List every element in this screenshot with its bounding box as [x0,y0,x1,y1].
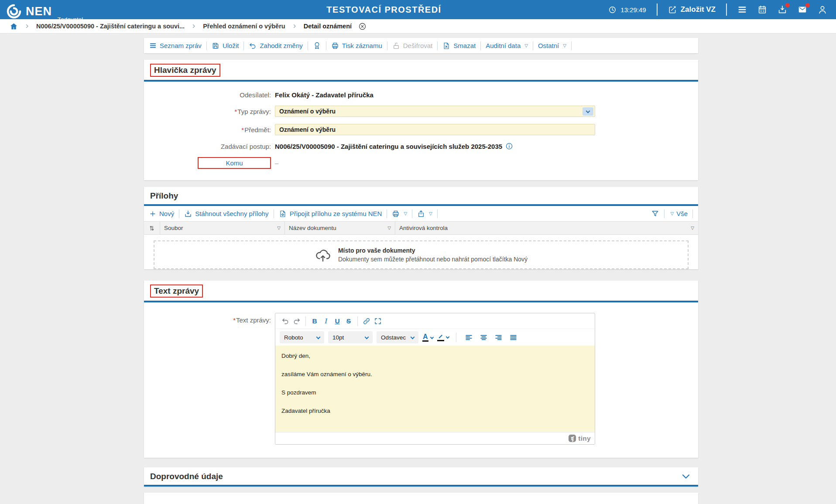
recipient-link[interactable]: Komu [198,157,271,169]
message-list-button[interactable]: Seznam zpráv [149,42,202,49]
column-settings-button[interactable] [144,222,160,234]
environment-title: TESTOVACÍ PROSTŘEDÍ [326,0,441,19]
cloud-upload-icon [315,247,331,263]
close-circle-icon [358,22,367,31]
other-menu[interactable]: Ostatní ▽ [538,42,566,49]
header-divider [726,3,727,16]
fullscreen-button[interactable] [372,315,384,327]
filter-button[interactable] [651,209,659,218]
editor-toolbar-row2: Roboto 10pt Odstavec A [275,329,595,346]
section-divider [144,485,698,487]
undo-button[interactable] [280,315,291,327]
italic-button[interactable]: I [320,315,332,327]
attachments-dropzone[interactable]: Místo pro vaše dokumenty Dokumenty sem m… [154,240,689,269]
highlighter-pen-icon [437,333,444,341]
select-dropdown-button[interactable] [582,107,593,116]
editor-separator [357,316,358,326]
decrypt-button[interactable]: Dešifrovat [392,42,433,50]
editor-paragraph: S pozdravem [281,389,589,396]
subject-input[interactable]: Oznámení o výběru [275,124,595,135]
column-header-soubor[interactable]: Soubor ▽ [160,222,285,234]
breadcrumb-item-overview[interactable]: Přehled oznámení o výběru [203,23,285,30]
column-header-nazev[interactable]: Název dokumentu ▽ [285,222,395,234]
home-icon [10,22,18,31]
user-profile-button[interactable] [818,5,827,14]
seal-button[interactable] [313,41,321,50]
toolbar-separator [533,41,533,50]
main-menu-button[interactable] [737,5,747,14]
create-tender-button[interactable]: Založit VZ [668,5,716,14]
toolbar-separator [206,41,207,50]
toolbar-separator [326,41,326,50]
toolbar-separator [387,41,387,50]
message-type-select[interactable]: Oznámení o výběru [275,106,595,117]
font-size-select[interactable]: 10pt [328,331,373,343]
nen-logo[interactable]: NEN Zadavatel [6,3,52,19]
tinymce-brand: tiny [578,435,591,442]
new-attachment-button[interactable]: Nový [149,210,174,217]
printer-icon [331,42,339,50]
unlock-icon [392,42,400,50]
strikethrough-button[interactable]: S [343,315,354,327]
additional-data-section: Doprovodné údaje [144,467,698,487]
highlight-color-button[interactable] [437,333,449,341]
print-attachments-menu[interactable]: ▽ [392,210,407,218]
column-filter-triangle-icon[interactable]: ▽ [387,226,391,230]
chevron-down-icon [365,335,369,339]
breadcrumb-separator-icon [191,24,196,29]
editor-content[interactable]: Dobrý den, zasíláme Vám oznámení o výběr… [275,346,595,432]
messages-notification-badge [805,3,810,7]
font-family-select[interactable]: Roboto [280,331,324,343]
print-record-button[interactable]: Tisk záznamu [331,42,382,50]
clock-icon [608,6,617,14]
column-filter-triangle-icon[interactable]: ▽ [691,226,694,230]
funnel-icon [651,209,659,218]
editor-toolbar-row1: B I U S [275,313,595,329]
underline-button[interactable]: U [332,315,343,327]
fullscreen-icon [374,317,382,325]
list-icon [149,42,157,49]
block-format-select[interactable]: Odstavec [377,331,418,343]
insert-link-button[interactable] [361,315,372,327]
plus-icon [149,210,156,217]
chevron-down-icon [681,471,691,482]
recipient-value: – [275,159,278,167]
save-button[interactable]: Uložit [212,42,239,50]
align-left-button[interactable] [465,333,473,342]
brand-role: Zadavatel [57,16,83,23]
chevron-down-icon [411,335,415,339]
discard-changes-button[interactable]: Zahodit změny [249,42,302,50]
show-all-filter[interactable]: ▽ Vše [669,210,688,217]
audit-data-menu[interactable]: Auditní data ▽ [486,42,528,49]
downloads-button[interactable] [778,5,787,14]
dropzone-title: Místo pro vaše dokumenty [338,247,528,254]
link-icon [363,317,370,325]
messages-button[interactable] [798,5,807,14]
download-all-attachments-button[interactable]: Stáhnout všechny přílohy [184,210,268,218]
header-divider [657,3,658,16]
attach-from-nen-button[interactable]: Připojit přílohu ze systému NEN [279,210,382,218]
required-asterisk: * [241,126,244,134]
align-right-button[interactable] [494,333,503,342]
align-justify-button[interactable] [509,333,517,342]
text-color-letter: A [422,333,428,342]
delete-button[interactable]: Smazat [442,42,476,50]
redo-button[interactable] [291,315,302,327]
home-button[interactable] [10,22,18,31]
align-center-button[interactable] [480,333,488,342]
editor-separator [305,316,306,326]
expand-section-button[interactable] [681,471,691,482]
printer-icon [392,210,400,218]
export-attachments-menu[interactable]: ▽ [417,210,432,218]
rich-text-editor: B I U S Roboto 10pt [275,313,595,445]
procedure-label: Zadávací postup: [144,143,275,150]
info-button[interactable] [505,142,513,150]
close-tab-button[interactable] [358,22,367,31]
column-header-antivir[interactable]: Antivirová kontrola ▽ [395,222,698,234]
bold-button[interactable]: B [309,315,320,327]
breadcrumb-item-procedure[interactable]: N006/25/V00005090 - Zajištění cateringu … [36,23,185,30]
text-color-button[interactable]: A [422,333,433,342]
column-filter-triangle-icon[interactable]: ▽ [277,226,281,230]
calendar-button[interactable] [757,5,767,14]
person-icon [818,5,827,14]
